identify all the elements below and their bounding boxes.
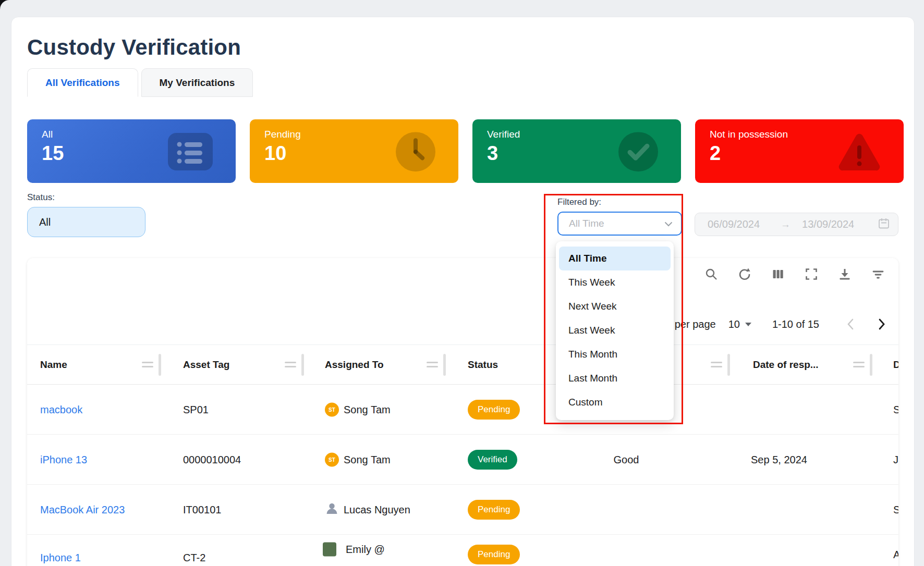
tab-label: My Verifications [160,77,235,89]
caret-down-icon [745,323,751,326]
column-resize-handle[interactable] [711,354,730,376]
asset-tag-cell: SP01 [183,403,209,415]
stat-cards: All 15 Pending 10 [27,119,904,183]
content-window: Custody Verification All Verifications M… [11,17,915,566]
stat-card-not-in-possession[interactable]: Not in possession 2 [695,119,904,183]
status-select[interactable]: All [27,207,145,237]
refresh-icon[interactable] [738,267,751,281]
avatar: ST [325,452,339,466]
stat-card-value: 10 [264,142,286,165]
column-resize-handle[interactable] [853,354,872,376]
search-icon[interactable] [704,267,718,281]
tab-all-verifications[interactable]: All Verifications [27,68,138,97]
check-circle-icon [618,132,658,174]
stat-card-label: All [42,129,53,140]
status-badge: Verified [468,450,517,470]
next-page-chevron[interactable] [878,318,886,330]
clipped-cell: J [893,453,898,465]
asset-name-link[interactable]: macbook [40,403,82,415]
filtered-by-select-value: All Time [569,218,604,229]
avatar-photo [323,543,336,557]
download-icon[interactable] [838,267,852,281]
clipped-cell: A [893,549,898,561]
status-select-value: All [39,216,51,228]
assigned-to-cell: Song Tam [344,403,391,415]
app-page: Custody Verification All Verifications M… [0,0,924,566]
status-badge: Pending [468,400,520,420]
stat-card-label: Not in possession [710,129,788,140]
menu-item-next-week[interactable]: Next Week [556,294,674,318]
filtered-by-dropdown-menu: All Time This Week Next Week Last Week T… [556,241,674,420]
menu-item-this-month[interactable]: This Month [556,342,674,366]
asset-name-link[interactable]: iPhone 13 [40,453,87,465]
status-badge: Pending [468,500,520,520]
date-end-value: 13/09/2024 [802,218,854,230]
condition-cell: Good [595,453,658,465]
assigned-to-cell: Lucas Nguyen [344,503,410,515]
menu-item-custom[interactable]: Custom [556,390,674,414]
fullscreen-icon[interactable] [805,267,818,281]
column-header-date-of-resp: Date of resp... [753,359,819,371]
filter-icon[interactable] [871,267,885,281]
asset-tag-cell: IT00101 [183,503,221,515]
filtered-by-label: Filtered by: [557,197,682,207]
column-resize-handle[interactable] [285,354,304,376]
column-header-status: Status [468,359,498,371]
clock-icon [396,132,435,174]
asset-name-link[interactable]: Iphone 1 [40,552,81,564]
stat-card-verified[interactable]: Verified 3 [472,119,681,183]
column-header-asset-tag: Asset Tag [183,359,229,371]
pagination-bar: Rows per page 10 1-10 of 15 [646,311,886,337]
menu-item-all-time[interactable]: All Time [559,247,671,270]
table-row: Iphone 1 CT-2 Emily @ Pending A [27,535,898,566]
clipped-cell: S [893,403,898,415]
asset-tag-cell: 0000010004 [183,453,241,465]
table-toolbar [704,267,885,281]
column-header-clipped: D [893,359,898,371]
page-size-select[interactable]: 10 [728,318,751,330]
stat-card-value: 3 [487,142,498,165]
columns-icon[interactable] [771,267,785,281]
tab-label: All Verifications [45,77,120,89]
stat-card-label: Pending [264,129,301,140]
previous-page-chevron[interactable] [846,318,855,330]
stat-card-pending[interactable]: Pending 10 [250,119,458,183]
tab-my-verifications[interactable]: My Verifications [141,68,253,97]
avatar: ST [325,402,339,416]
asset-tag-cell: CT-2 [183,552,205,564]
filtered-by-group: Filtered by: All Time [557,197,682,236]
table-row: iPhone 13 0000010004 ST Song Tam Verifie… [27,435,898,485]
menu-item-last-week[interactable]: Last Week [556,318,674,342]
chevron-down-icon [664,218,673,229]
column-resize-handle[interactable] [142,354,161,376]
page-size-value: 10 [728,318,740,330]
tab-bar: All Verifications My Verifications [27,68,253,97]
stat-card-value: 2 [710,142,721,165]
menu-item-this-week[interactable]: This Week [556,270,674,294]
list-icon [168,133,213,173]
table-row: MacBook Air 2023 IT00101 Lucas Nguyen Pe… [27,485,898,535]
column-resize-handle[interactable] [427,354,446,376]
page-title: Custody Verification [27,35,241,60]
calendar-icon [878,217,890,231]
stat-card-all[interactable]: All 15 [27,119,236,183]
date-start-value: 06/09/2024 [708,218,760,230]
asset-name-link[interactable]: MacBook Air 2023 [40,503,125,515]
pagination-range: 1-10 of 15 [772,318,819,330]
warning-triangle-icon [838,132,881,173]
assigned-to-cell: Emily @ [346,544,385,556]
verifications-table-card: Rows per page 10 1-10 of 15 Name Asset T… [27,258,898,566]
table-header: Name Asset Tag Assigned To Status Date o… [27,344,898,385]
status-badge: Pending [468,545,520,564]
status-filter-label: Status: [27,192,145,203]
clipped-cell: S [893,503,898,515]
stat-card-label: Verified [487,129,520,140]
date-range-input[interactable]: 06/09/2024 → 13/09/2024 [695,213,898,236]
person-icon [325,501,339,518]
table-row: macbook SP01 ST Song Tam Pending S [27,385,898,435]
menu-item-last-month[interactable]: Last Month [556,366,674,390]
assigned-to-cell: Song Tam [344,453,391,465]
column-header-name: Name [40,359,67,371]
right-arrow-icon: → [781,219,791,230]
filtered-by-select[interactable]: All Time [557,212,682,236]
